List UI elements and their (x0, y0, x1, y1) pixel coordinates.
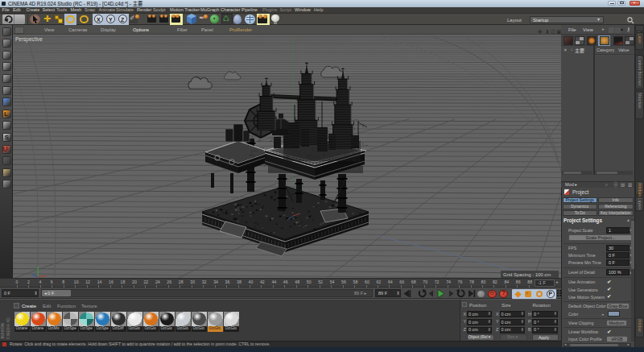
svg-text:Grid Spacing : 100 cm: Grid Spacing : 100 cm (503, 272, 551, 277)
svg-text:Perspective: Perspective (15, 36, 43, 43)
